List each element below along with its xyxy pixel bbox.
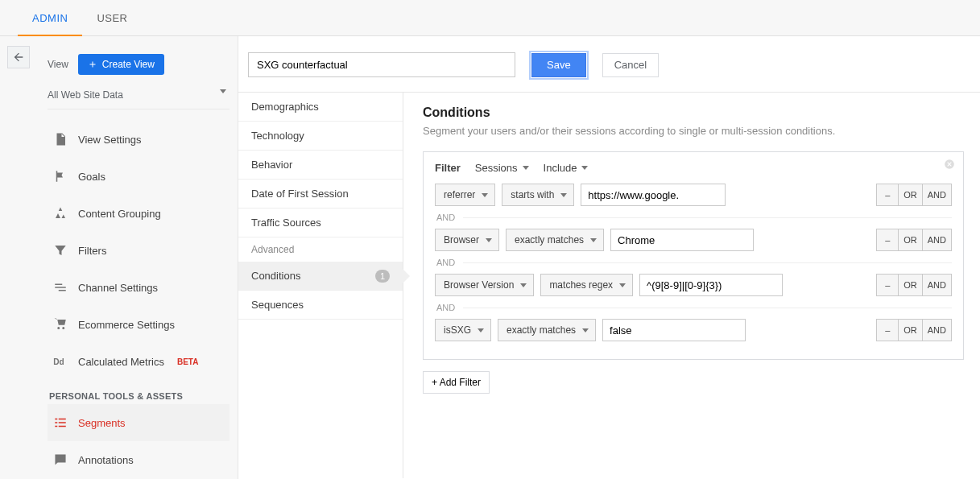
mode-select[interactable]: Include: [544, 162, 589, 174]
dimension-select[interactable]: Browser: [435, 229, 499, 251]
dim-value: referrer: [444, 189, 475, 200]
op-value: starts with: [511, 189, 554, 200]
value-input[interactable]: [581, 184, 726, 206]
create-view-label: Create View: [102, 59, 155, 70]
editor-title: Conditions: [423, 105, 964, 120]
or-button[interactable]: OR: [898, 319, 923, 341]
nav-label: Ecommerce Settings: [78, 319, 175, 331]
nav-ecommerce-settings[interactable]: Ecommerce Settings: [48, 306, 229, 343]
nav-view-settings[interactable]: View Settings: [48, 121, 229, 158]
flag-icon: [52, 168, 68, 184]
tab-admin[interactable]: ADMIN: [18, 0, 82, 36]
dd-icon: Dd: [52, 353, 68, 370]
cat-demographics[interactable]: Demographics: [238, 93, 403, 122]
caret-down-icon: [619, 283, 626, 287]
segments-icon: [52, 415, 68, 431]
nav-label: Channel Settings: [78, 282, 158, 294]
value-input[interactable]: [610, 229, 754, 251]
top-tabs: ADMIN USER: [0, 0, 980, 36]
dimension-select[interactable]: isSXG: [435, 319, 491, 341]
caret-down-icon: [523, 166, 529, 170]
and-button[interactable]: AND: [922, 274, 952, 296]
add-filter-button[interactable]: + Add Filter: [423, 371, 490, 394]
remove-row-button[interactable]: –: [876, 274, 899, 296]
caret-down-icon: [478, 328, 484, 332]
scope-select[interactable]: Sessions: [475, 162, 529, 174]
value-input[interactable]: [639, 274, 783, 296]
cat-date-first-session[interactable]: Date of First Session: [238, 180, 403, 209]
condition-row: Browser Version matches regex – OR AND: [435, 274, 952, 296]
nav-label: Content Grouping: [78, 208, 161, 220]
cat-conditions[interactable]: Conditions 1: [238, 262, 403, 291]
nav-filters[interactable]: Filters: [48, 232, 229, 269]
remove-row-button[interactable]: –: [876, 229, 899, 251]
nav-calculated-metrics[interactable]: Dd Calculated Metrics BETA: [48, 343, 229, 380]
nav-label: Calculated Metrics: [78, 356, 164, 368]
mode-value: Include: [544, 162, 577, 174]
caret-down-icon: [582, 328, 589, 332]
cat-advanced-header: Advanced: [238, 237, 403, 262]
cart-icon: [52, 316, 68, 332]
op-value: matches regex: [549, 279, 613, 291]
cat-behavior[interactable]: Behavior: [238, 151, 403, 180]
dimension-select[interactable]: Browser Version: [435, 274, 534, 296]
and-button[interactable]: AND: [922, 319, 952, 341]
view-dropdown[interactable]: All Web Site Data: [48, 85, 229, 109]
condition-row: Browser exactly matches – OR AND: [435, 229, 952, 251]
op-value: exactly matches: [515, 234, 584, 246]
condition-row: isSXG exactly matches – OR AND: [435, 319, 952, 341]
caret-down-icon: [590, 238, 597, 242]
operator-select[interactable]: matches regex: [540, 274, 633, 296]
remove-filter-icon[interactable]: [944, 159, 955, 170]
left-sidebar: View Create View All Web Site Data View …: [36, 36, 238, 479]
nav-label: Filters: [78, 245, 106, 257]
dim-value: isSXG: [444, 324, 471, 336]
remove-row-button[interactable]: –: [876, 184, 899, 206]
nav-section-header: PERSONAL TOOLS & ASSETS: [49, 391, 229, 401]
dimension-select[interactable]: referrer: [435, 184, 495, 206]
operator-select[interactable]: exactly matches: [498, 319, 596, 341]
cat-traffic-sources[interactable]: Traffic Sources: [238, 209, 403, 237]
grouping-icon: [52, 205, 68, 221]
cat-label: Conditions: [251, 270, 300, 282]
create-view-button[interactable]: Create View: [78, 54, 164, 75]
and-separator: AND: [436, 303, 952, 312]
cancel-button[interactable]: Cancel: [602, 53, 659, 77]
nav-content-grouping[interactable]: Content Grouping: [48, 195, 229, 232]
back-button[interactable]: [7, 46, 30, 68]
caret-down-icon: [581, 166, 588, 170]
value-input[interactable]: [602, 319, 746, 341]
dim-value: Browser Version: [444, 279, 514, 291]
nav-segments[interactable]: Segments: [48, 404, 229, 441]
and-separator: AND: [436, 213, 952, 222]
cat-badge: 1: [375, 270, 390, 283]
operator-select[interactable]: starts with: [502, 184, 574, 206]
category-list: Demographics Technology Behavior Date of…: [238, 93, 403, 478]
and-button[interactable]: AND: [922, 229, 952, 251]
or-button[interactable]: OR: [898, 184, 923, 206]
save-button[interactable]: Save: [531, 53, 586, 77]
caret-down-icon: [482, 193, 488, 197]
and-button[interactable]: AND: [922, 184, 952, 206]
segment-name-input[interactable]: [248, 52, 515, 77]
nav-channel-settings[interactable]: Channel Settings: [48, 269, 229, 306]
operator-select[interactable]: exactly matches: [506, 229, 604, 251]
caret-down-icon: [560, 193, 567, 197]
nav-label: Segments: [78, 417, 126, 429]
cat-technology[interactable]: Technology: [238, 122, 403, 151]
nav-label: View Settings: [78, 134, 142, 146]
tab-user[interactable]: USER: [82, 0, 142, 36]
cat-sequences[interactable]: Sequences: [238, 291, 403, 320]
sliders-icon: [52, 279, 68, 295]
nav-annotations[interactable]: Annotations: [48, 441, 229, 478]
view-label: View: [48, 59, 68, 70]
beta-badge: BETA: [177, 357, 198, 366]
or-button[interactable]: OR: [898, 274, 923, 296]
funnel-icon: [52, 242, 68, 258]
remove-row-button[interactable]: –: [876, 319, 899, 341]
document-icon: [52, 131, 68, 147]
and-separator: AND: [436, 258, 952, 267]
or-button[interactable]: OR: [898, 229, 923, 251]
nav-goals[interactable]: Goals: [48, 158, 229, 195]
caret-down-icon: [520, 283, 527, 287]
